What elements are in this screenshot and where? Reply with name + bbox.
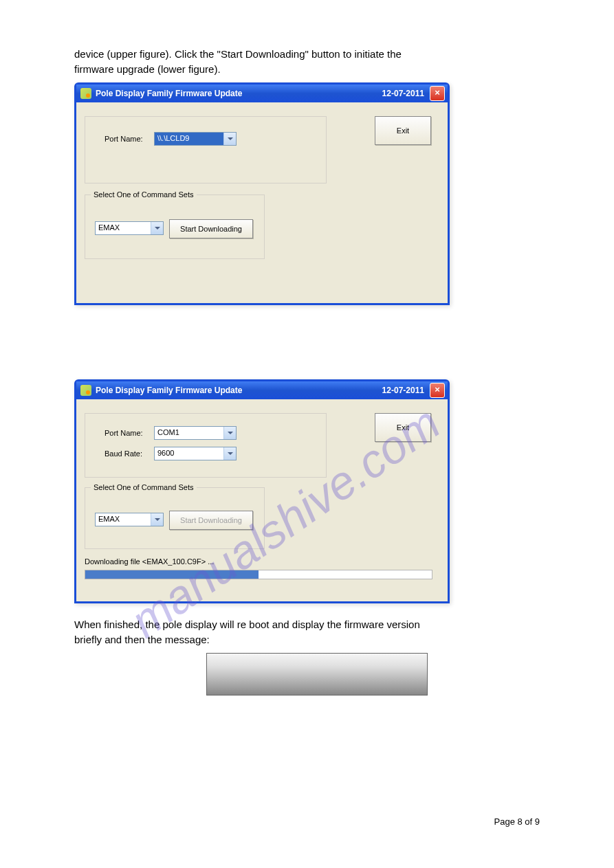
baud-rate-combo[interactable]: 9600 [154,447,237,460]
close-icon[interactable]: × [430,383,445,398]
doc-mid-line1: When finished, the pole display will re … [74,619,420,630]
app-icon [80,88,91,99]
port-name-combo[interactable]: \\.\LCLD9 [154,132,237,146]
command-set-combo[interactable]: EMAX [95,221,164,235]
command-set-group: Select One of Command Sets EMAX Start Do… [85,487,265,549]
doc-intro-line1: device (upper figure). Click the "Start … [74,48,402,60]
port-name-value: COM1 [155,427,223,439]
port-group: Port Name: COM1 Baud Rate: 9600 [85,413,327,478]
chevron-down-icon[interactable] [223,133,236,145]
titlebar: Pole Display Family Firmware Update 12-0… [76,381,448,399]
download-progress-bar [85,570,432,579]
port-name-value: \\.\LCLD9 [155,133,223,145]
command-set-group-label: Select One of Command Sets [91,190,197,199]
download-progress-fill [85,570,259,579]
baud-rate-value: 9600 [155,447,223,460]
exit-button-label: Exit [397,423,409,432]
command-set-group-label: Select One of Command Sets [91,483,197,491]
firmware-dialog-1: Pole Display Family Firmware Update 12-0… [74,82,450,305]
exit-button[interactable]: Exit [375,116,431,145]
page-number: Page 8 of 9 [494,816,540,827]
exit-button[interactable]: Exit [375,413,431,442]
titlebar: Pole Display Family Firmware Update 12-0… [76,85,448,102]
chevron-down-icon[interactable] [223,447,236,460]
port-name-label: Port Name: [105,135,143,143]
baud-rate-label: Baud Rate: [105,449,142,458]
app-icon [80,385,91,396]
port-name-combo[interactable]: COM1 [154,426,237,440]
start-downloading-label: Start Downloading [180,225,242,233]
start-downloading-button: Start Downloading [169,511,253,530]
chevron-down-icon[interactable] [223,427,236,439]
start-downloading-button[interactable]: Start Downloading [169,219,253,238]
exit-button-label: Exit [397,126,409,135]
window-date: 12-07-2011 [382,89,424,98]
command-set-combo[interactable]: EMAX [95,513,164,526]
command-set-value: EMAX [96,513,151,526]
start-downloading-label: Start Downloading [180,516,242,524]
chevron-down-icon[interactable] [151,513,163,526]
command-set-group: Select One of Command Sets EMAX Start Do… [85,194,265,259]
window-date: 12-07-2011 [382,386,424,395]
firmware-dialog-2: Pole Display Family Firmware Update 12-0… [74,379,450,603]
port-group: Port Name: \\.\LCLD9 [85,116,327,183]
doc-mid-line2: briefly and then the message: [74,634,210,645]
port-name-label: Port Name: [105,429,143,437]
chevron-down-icon[interactable] [151,222,163,234]
window-title: Pole Display Family Firmware Update [96,386,382,395]
doc-intro-line2: firmware upgrade (lower figure). [74,63,221,75]
download-status-text: Downloading file <EMAX_100.C9F> ... [85,557,214,566]
close-icon[interactable]: × [430,86,445,101]
command-set-value: EMAX [96,222,151,234]
pole-display-image [206,653,428,695]
window-title: Pole Display Family Firmware Update [96,89,382,98]
